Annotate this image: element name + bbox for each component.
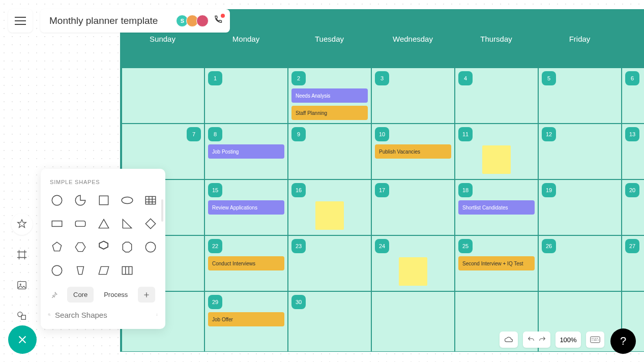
calendar-cell[interactable]: 4 — [455, 68, 538, 124]
shape-option[interactable] — [143, 217, 158, 231]
calendar-event[interactable]: Shortlist Candidates — [458, 200, 535, 215]
frame-tool-button[interactable] — [11, 244, 33, 265]
day-badge: 23 — [291, 239, 306, 253]
calendar-cell[interactable]: 30 — [288, 291, 371, 352]
sticky-note[interactable] — [399, 257, 427, 286]
cloud-sync-button[interactable] — [500, 331, 518, 348]
calendar-cell[interactable]: 12 — [538, 124, 622, 179]
calendar-cell[interactable]: 24 — [371, 235, 455, 291]
calendar-cell[interactable]: 9 — [288, 124, 371, 179]
zoom-level[interactable]: 100% — [555, 331, 581, 348]
calendar-cell[interactable]: 6 — [622, 68, 644, 124]
add-tab-button[interactable] — [138, 287, 155, 303]
calendar-cell[interactable]: 16 — [288, 179, 371, 235]
calendar-cell[interactable]: 2Needs AnalysisStaff Planning — [288, 68, 371, 124]
calendar-event[interactable]: Staff Planning — [291, 106, 368, 120]
shape-option[interactable] — [50, 240, 64, 254]
sticky-note[interactable] — [482, 145, 511, 174]
help-button[interactable]: ? — [610, 328, 636, 354]
calendar-event[interactable]: Review Applications — [208, 200, 284, 215]
core-tab[interactable]: Core — [67, 287, 94, 303]
shape-icon — [144, 217, 157, 230]
shape-icon — [74, 240, 87, 254]
shape-option[interactable] — [97, 240, 111, 254]
process-tab[interactable]: Process — [98, 287, 134, 303]
shape-icon — [50, 240, 64, 254]
calendar-cell[interactable]: 1 — [204, 68, 288, 124]
image-tool-button[interactable] — [11, 275, 33, 296]
calendar-cell[interactable]: 15Review Applications — [204, 179, 288, 235]
calendar-cell[interactable]: 23 — [288, 235, 371, 291]
hamburger-icon — [15, 17, 26, 25]
calendar-cell[interactable]: 22Conduct Interviews — [204, 235, 288, 291]
day-badge: 18 — [458, 183, 473, 197]
keyboard-button[interactable] — [586, 331, 604, 348]
calendar-cell[interactable]: 29Job Offer — [204, 291, 288, 352]
shape-option[interactable] — [143, 240, 158, 254]
shape-option[interactable] — [97, 263, 111, 278]
keyboard-icon — [590, 336, 600, 343]
search-shapes-input[interactable] — [55, 311, 152, 319]
shape-option[interactable] — [120, 217, 134, 231]
shape-icon — [144, 240, 157, 254]
title-bar: Monthly planner template S — [40, 9, 230, 33]
shape-option[interactable] — [120, 263, 134, 278]
avatar[interactable] — [196, 15, 209, 27]
scrollbar[interactable] — [161, 199, 163, 222]
day-badge: 24 — [375, 239, 389, 253]
collaborator-avatars[interactable]: S — [178, 15, 209, 27]
calendar-event[interactable]: Job Posting — [208, 144, 284, 159]
calendar-cell[interactable]: 5 — [538, 68, 622, 124]
shape-option[interactable] — [73, 217, 87, 231]
shape-option[interactable] — [50, 217, 64, 231]
shape-option[interactable] — [50, 263, 64, 278]
calendar-cell[interactable] — [121, 68, 204, 124]
shape-option[interactable] — [97, 217, 111, 231]
pin-tab[interactable] — [46, 287, 63, 303]
hamburger-menu-button[interactable] — [8, 9, 33, 33]
star-tool-button[interactable] — [11, 214, 33, 235]
day-badge: 10 — [375, 127, 389, 141]
shape-option[interactable] — [50, 193, 64, 207]
calendar-event[interactable]: Job Offer — [208, 312, 284, 326]
svg-point-16 — [157, 315, 157, 316]
calendar-cell[interactable]: 10Publish Vacancies — [371, 124, 455, 179]
shape-option[interactable] — [97, 193, 111, 207]
sticky-note[interactable] — [315, 201, 344, 230]
calendar-cell[interactable]: 13 — [622, 124, 644, 179]
call-button[interactable] — [213, 15, 223, 27]
shape-option[interactable] — [120, 240, 134, 254]
more-icon[interactable] — [156, 311, 158, 319]
calendar-event[interactable]: Publish Vacancies — [375, 144, 451, 159]
undo-button[interactable] — [527, 336, 535, 344]
shape-option[interactable] — [73, 193, 87, 207]
calendar-cell[interactable] — [371, 291, 455, 352]
close-panel-button[interactable] — [8, 325, 37, 354]
shape-option[interactable] — [73, 263, 87, 278]
calendar-cell[interactable]: 25Second Interview + IQ Test — [455, 235, 538, 291]
shape-icon — [74, 217, 87, 230]
calendar-event[interactable]: Conduct Interviews — [208, 256, 284, 270]
calendar-event[interactable]: Second Interview + IQ Test — [458, 256, 535, 270]
shapes-tool-button[interactable] — [11, 305, 33, 326]
calendar-cell[interactable]: 8Job Posting — [204, 124, 288, 179]
calendar-cell[interactable]: 26 — [538, 235, 622, 291]
redo-button[interactable] — [538, 336, 546, 344]
calendar-cell[interactable]: 17 — [371, 179, 455, 235]
calendar-grid[interactable]: SundayMondayTuesdayWednesdayThursdayFrid… — [120, 9, 644, 352]
calendar-cell[interactable]: 18Shortlist Candidates — [455, 179, 538, 235]
calendar-cell[interactable]: 19 — [538, 179, 622, 235]
page-title[interactable]: Monthly planner template — [49, 15, 158, 26]
shape-option[interactable] — [120, 193, 134, 207]
calendar-cell[interactable]: 3 — [371, 68, 455, 124]
plus-icon — [143, 291, 150, 298]
shape-option[interactable] — [73, 240, 87, 254]
calendar-cell[interactable]: 27 — [622, 235, 644, 291]
shape-option[interactable] — [143, 193, 158, 207]
calendar-event[interactable]: Needs Analysis — [291, 88, 368, 103]
shape-icon — [74, 264, 87, 277]
calendar-cell[interactable]: 20 — [622, 179, 644, 235]
svg-point-1 — [20, 284, 21, 285]
close-icon — [17, 334, 28, 345]
calendar-cell[interactable]: 11 — [455, 124, 538, 179]
